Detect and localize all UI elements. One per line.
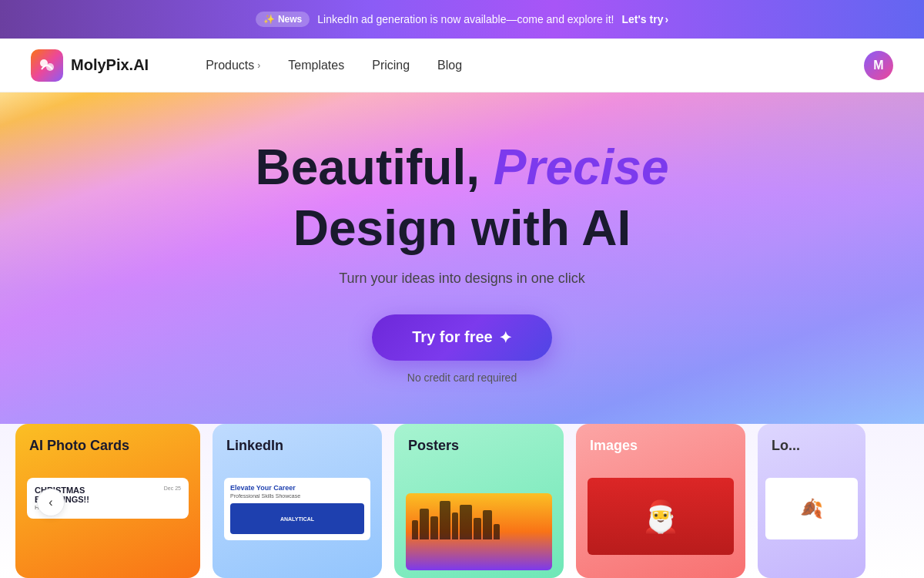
poster-preview [406, 493, 552, 570]
card-linkedin[interactable]: LinkedIn Elevate Your Career Professiona… [213, 424, 382, 578]
navbar-right: M [864, 51, 893, 80]
card-linkedin-title: LinkedIn [213, 424, 382, 462]
nav-pricing[interactable]: Pricing [360, 52, 422, 79]
linkedin-preview: Elevate Your Career Professional Skills … [224, 478, 370, 540]
cta-button[interactable]: Try for free ✦ [372, 314, 551, 361]
city-silhouette [406, 493, 552, 539]
no-credit-card-text: No credit card required [407, 371, 517, 384]
announcement-banner: ✨ News LinkedIn ad generation is now ava… [0, 0, 924, 39]
news-badge: ✨ News [256, 12, 310, 27]
card-images[interactable]: Images 🎅 [576, 424, 745, 578]
card-images-title: Images [576, 424, 745, 462]
card-logos[interactable]: Lo... 🍂 [758, 424, 865, 578]
card-logos-content: 🍂 [758, 478, 865, 578]
nav-blog[interactable]: Blog [425, 52, 474, 79]
card-posters[interactable]: Posters [394, 424, 564, 578]
hero-title: Beautiful, Precise Design with AI [255, 140, 668, 255]
card-posters-title: Posters [394, 424, 564, 462]
cards-section: AI Photo Cards Dec 25 CHRISTMASBLESSINGS… [0, 424, 924, 578]
navbar: MolyPix.AI Products › Templates Pricing … [0, 39, 924, 92]
card-posters-content [394, 478, 564, 578]
badge-label: News [278, 14, 302, 25]
nav-products[interactable]: Products › [193, 52, 273, 79]
santa-preview: 🎅 [588, 478, 734, 555]
hero-title-plain: Beautiful, [255, 139, 480, 195]
card-ai-photo-title: AI Photo Cards [15, 424, 200, 462]
card-logos-title: Lo... [758, 424, 865, 462]
hero-title-line2: Design with AI [255, 201, 668, 255]
prev-button[interactable]: ‹ [37, 489, 65, 516]
nav-menu: Products › Templates Pricing Blog [193, 52, 474, 79]
user-avatar[interactable]: M [864, 51, 893, 80]
logo-icon [31, 49, 63, 82]
logo[interactable]: MolyPix.AI [31, 49, 149, 82]
cta-label: Try for free [412, 328, 492, 346]
logo-text: MolyPix.AI [71, 56, 149, 74]
announcement-message: LinkedIn ad generation is now available—… [317, 13, 614, 25]
badge-sparkle: ✨ [263, 14, 275, 25]
hero-content: Beautiful, Precise Design with AI Turn y… [255, 140, 668, 384]
card-ai-photo[interactable]: AI Photo Cards Dec 25 CHRISTMASBLESSINGS… [15, 424, 200, 578]
products-chevron: › [257, 60, 260, 71]
card-linkedin-content: Elevate Your Career Professional Skills … [213, 478, 382, 578]
announcement-cta[interactable]: Let's try › [622, 13, 669, 25]
card-images-content: 🎅 [576, 478, 745, 578]
hero-subtitle: Turn your ideas into designs in one clic… [255, 271, 668, 287]
hero-section: Beautiful, Precise Design with AI Turn y… [0, 92, 924, 424]
hero-title-precise: Precise [494, 139, 669, 195]
nav-templates[interactable]: Templates [276, 52, 357, 79]
sparkle-icon: ✦ [499, 328, 512, 347]
